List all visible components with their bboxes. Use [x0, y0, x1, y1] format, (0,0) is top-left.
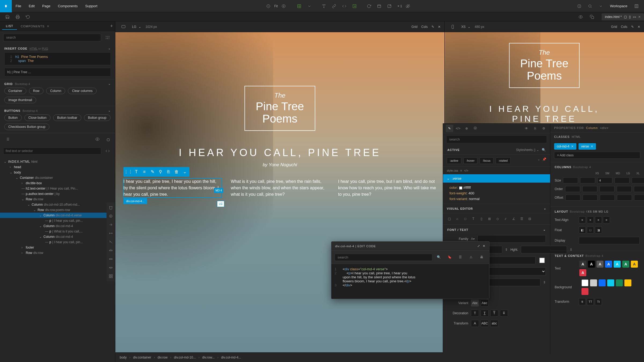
styles-tab-code-icon[interactable]: </> — [454, 125, 462, 132]
ve-home-icon[interactable]: ⌂ — [454, 215, 461, 222]
menu-support[interactable]: Support — [81, 0, 101, 12]
grid-btn-thumb[interactable]: Image thumbnail — [4, 97, 36, 103]
search-zoom-icon[interactable] — [586, 2, 594, 10]
deco-overline-icon[interactable]: T — [490, 310, 498, 317]
bg-color-swatch[interactable] — [581, 288, 588, 295]
vp-grid-toggle[interactable]: Grid — [611, 25, 617, 29]
file-tab[interactable]: index.html * ▢ ▯ ▭ ✕ — [602, 13, 644, 20]
help-icon[interactable]: ? — [575, 2, 584, 10]
visibility-icon[interactable] — [404, 2, 412, 10]
tree-item[interactable]: ⌄Columndiv.col-md-4 — [0, 234, 115, 239]
styles-tab-brush-icon[interactable]: ✎ — [446, 125, 453, 132]
tree-item[interactable]: —p.author.text-center| by — [0, 191, 115, 197]
font-collapse-icon[interactable]: ⌄ — [543, 228, 546, 231]
order-input[interactable] — [565, 186, 580, 192]
offset-input[interactable] — [583, 195, 598, 201]
size-xs-input[interactable] — [563, 178, 578, 183]
grid-dropdown-icon[interactable] — [305, 2, 314, 10]
ve-square-icon[interactable]: □ — [462, 215, 469, 222]
popup-print-icon[interactable]: 🖶 — [477, 253, 486, 261]
text-color-swatch[interactable]: A — [605, 261, 612, 268]
popup-bookmark-icon[interactable]: 🔖 — [445, 253, 454, 261]
vp-edit-icon[interactable]: ✎ — [631, 25, 634, 29]
crumb[interactable]: div.container — [133, 356, 151, 359]
pseudo-pin-icon[interactable]: 📌 — [542, 157, 546, 164]
size-stepper-icon[interactable]: ⇕ — [505, 248, 508, 252]
menu-file[interactable]: File — [12, 0, 25, 12]
add-class-button[interactable]: + Add class — [554, 152, 640, 159]
tree-item[interactable]: ›div.title-box — [0, 180, 115, 186]
add-tab-icon[interactable]: + — [110, 23, 113, 29]
align-right-icon[interactable]: ≡ — [595, 216, 602, 223]
vp-device-icon[interactable] — [119, 23, 128, 31]
prop-value[interactable]: normal — [469, 197, 480, 201]
trans-cap-icon[interactable]: Tt — [595, 298, 602, 305]
trans-upper-icon[interactable]: ABC — [481, 320, 489, 327]
bg-color-swatch[interactable] — [616, 279, 623, 286]
insert-code-pug-link[interactable]: PUG — [42, 47, 48, 50]
crumb[interactable]: div.row... — [202, 356, 214, 359]
vp-cols-toggle[interactable]: Cols — [421, 25, 428, 29]
strip-cut-icon[interactable] — [107, 238, 115, 246]
float-right-icon[interactable]: ◨ — [595, 227, 602, 234]
strip-send-icon[interactable] — [107, 221, 115, 229]
order-input[interactable] — [634, 186, 644, 192]
chevron-down-icon[interactable]: ⌄ — [468, 25, 470, 29]
prop-name[interactable]: color — [449, 186, 457, 190]
browser-icon[interactable] — [375, 2, 383, 10]
title-box[interactable]: The Pine TreePoems — [244, 86, 315, 131]
grid-btn-row[interactable]: Row — [29, 88, 43, 94]
prop-name[interactable]: font-weight — [449, 191, 467, 195]
bg-color-swatch[interactable] — [581, 279, 588, 286]
strip-row-below-icon[interactable] — [107, 264, 115, 272]
sel-text-icon[interactable]: T — [133, 168, 140, 176]
text-color-swatch[interactable]: A — [579, 269, 586, 276]
tree-item[interactable]: ⌄Columndiv.col-md-4.verse — [0, 213, 115, 218]
collapse-icon[interactable]: ⌄ — [108, 47, 111, 50]
tree-item[interactable]: ›footer — [0, 245, 115, 250]
vp-cols-toggle[interactable]: Cols — [621, 25, 627, 29]
offset-input[interactable] — [600, 195, 615, 201]
verse-3[interactable]: I hear you call, pine tree, but I am bli… — [338, 178, 436, 198]
tree-item[interactable]: ⌄body — [0, 170, 115, 175]
vp-grid-toggle[interactable]: Grid — [411, 25, 418, 29]
tab-components[interactable]: COMPONENTS — [17, 23, 48, 29]
tab-mobile-icon[interactable]: ▯ — [629, 15, 631, 19]
size-md-input[interactable] — [597, 178, 612, 183]
zoom-out-icon[interactable] — [264, 2, 273, 10]
bg-color-swatch[interactable] — [607, 279, 614, 286]
bg-color-swatch[interactable] — [624, 279, 631, 286]
popup-expand-icon[interactable]: ⤢ — [477, 244, 480, 248]
tree-item[interactable]: ›Rowdiv.row — [0, 250, 115, 256]
components-search-input[interactable] — [3, 34, 101, 41]
float-none-icon[interactable]: □ — [587, 227, 594, 234]
tree-code-icon[interactable] — [103, 147, 112, 155]
poem-author[interactable]: by Yone Noguchi — [115, 162, 444, 168]
external-icon[interactable] — [385, 2, 394, 10]
popup-search-input[interactable] — [335, 254, 432, 261]
sel-align-icon[interactable]: ≡ — [141, 168, 148, 176]
text-tool-icon[interactable] — [320, 2, 328, 10]
ve-list-icon[interactable]: ☰ — [518, 215, 525, 222]
styles-copy-icon[interactable]: ⎘ — [531, 125, 539, 132]
tree-item[interactable]: ⌄Columndiv.col-md-10.offset-md... — [0, 202, 115, 207]
settings-icon[interactable] — [103, 33, 112, 42]
variant-smallcaps-icon[interactable]: Aʙᴄ — [481, 300, 489, 306]
style-file-code-icon[interactable]: </> — [464, 169, 469, 172]
tree-view-icon[interactable] — [3, 135, 12, 143]
visual-editor-collapse-icon[interactable]: ⌄ — [544, 207, 546, 210]
refresh-icon[interactable] — [365, 2, 373, 10]
tab-desktop-icon[interactable]: ▢ — [624, 15, 627, 19]
styles-tab-wp-icon[interactable]: ⓦ — [471, 125, 479, 132]
styles-eye-icon[interactable]: 👁 — [523, 125, 530, 132]
pseudo-focus[interactable]: :focus — [480, 157, 493, 164]
menu-edit[interactable]: Edit — [25, 0, 38, 12]
class-chip[interactable]: verse✕ — [579, 143, 596, 150]
pseudo-visited[interactable]: :visited — [496, 157, 511, 164]
size-xl-input[interactable] — [632, 178, 644, 183]
css-rule-selector[interactable]: ⌄.verse — [443, 174, 550, 183]
collapse-icon[interactable]: ⌄ — [108, 109, 111, 112]
stylesheets-dropdown[interactable]: Stylesheets ▯ ⌄ 🔍 — [516, 148, 546, 152]
ve-text-icon[interactable]: T — [470, 215, 477, 222]
bg-color-swatch[interactable] — [599, 279, 606, 286]
